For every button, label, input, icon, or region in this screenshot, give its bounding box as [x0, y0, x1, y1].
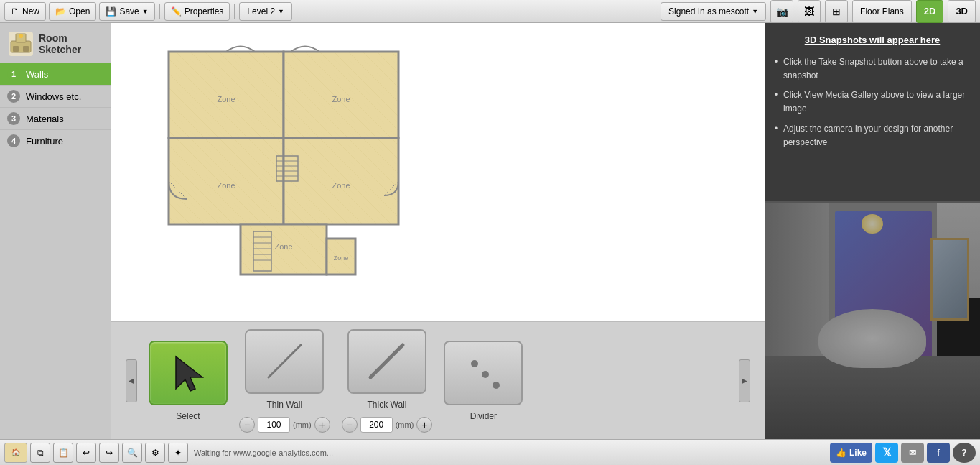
select-cursor-icon	[165, 349, 212, 396]
grid-view-button[interactable]: ⊞	[825, 0, 848, 23]
divider-icon	[460, 349, 507, 396]
svg-point-3	[19, 34, 23, 38]
svg-rect-4	[13, 46, 19, 52]
thin-wall-controls: − (mm) +	[239, 417, 330, 433]
level-chevron-icon: ▼	[278, 8, 284, 15]
undo-button[interactable]: ↩	[76, 443, 96, 463]
scroll-right-arrow[interactable]: ▶	[739, 359, 750, 402]
save-icon: 💾	[106, 6, 116, 17]
settings-button[interactable]: ⚙	[145, 443, 165, 463]
thin-wall-input[interactable]	[258, 417, 290, 433]
thin-wall-label: Thin Wall	[267, 400, 303, 410]
sidebar-item-furniture[interactable]: 4 Furniture	[0, 130, 111, 152]
thick-wall-decrease[interactable]: −	[342, 417, 358, 433]
new-button[interactable]: 🗋 New	[4, 2, 46, 21]
svg-line-34	[269, 345, 301, 377]
photo-panel	[765, 203, 980, 439]
svg-text:Zone: Zone	[334, 254, 349, 262]
thin-wall-tool: Thin Wall − (mm) +	[239, 329, 330, 433]
sidebar-item-materials[interactable]: 3 Materials	[0, 108, 111, 130]
svg-point-38	[493, 382, 500, 389]
open-icon: 📂	[55, 6, 66, 17]
sidebar-item-windows[interactable]: 2 Windows etc.	[0, 86, 111, 108]
twitter-button[interactable]: 𝕏	[875, 443, 898, 463]
toolbar: 🗋 New 📂 Open 💾 Save ▼ ✏️ Properties Leve…	[0, 0, 980, 23]
roomsketcher-logo-icon	[7, 30, 34, 57]
nav-number-2: 2	[7, 90, 20, 103]
nav-number-1: 1	[7, 68, 20, 80]
properties-button[interactable]: ✏️ Properties	[164, 2, 230, 21]
thick-wall-label: Thick Wall	[368, 400, 407, 410]
thick-wall-increase[interactable]: +	[416, 417, 432, 433]
bathroom-scene	[765, 203, 980, 439]
nav-label-walls: Walls	[26, 69, 48, 80]
media-gallery-button[interactable]: 🖼	[798, 0, 821, 23]
thick-wall-input[interactable]	[360, 417, 393, 433]
separator2	[234, 4, 235, 19]
tools-button[interactable]: ✦	[168, 443, 188, 463]
svg-point-37	[482, 371, 489, 378]
scroll-left-arrow[interactable]: ◀	[126, 359, 137, 402]
wall-panel: ◀ Select Thin Wall − (mm) +	[111, 321, 765, 439]
like-button[interactable]: 👍 Like	[830, 443, 872, 463]
paste-icon-button[interactable]: 📋	[53, 443, 73, 463]
camera-icon-button[interactable]: 📷	[770, 0, 793, 23]
facebook-button[interactable]: f	[927, 443, 950, 463]
select-tool: Select	[149, 341, 228, 421]
snapshot-instructions: Click the Take Snapshot button above to …	[775, 55, 970, 149]
svg-marker-33	[176, 356, 202, 391]
copy-icon-button[interactable]: ⧉	[30, 443, 50, 463]
2d-view-button[interactable]: 2D	[916, 0, 944, 23]
bottom-right: 👍 Like 𝕏 ✉ f ?	[830, 443, 976, 463]
3d-view-button[interactable]: 3D	[948, 0, 976, 23]
nav-label-furniture: Furniture	[26, 136, 63, 147]
nav-number-3: 3	[7, 112, 20, 125]
properties-icon: ✏️	[171, 6, 182, 17]
svg-line-35	[370, 345, 403, 377]
svg-rect-5	[23, 46, 29, 52]
svg-text:Zone: Zone	[332, 181, 350, 190]
floor-plans-button[interactable]: Floor Plans	[852, 0, 912, 23]
thick-wall-unit: (mm)	[396, 420, 414, 429]
right-panel: 3D Snapshots will appear here Click the …	[765, 23, 980, 439]
separator	[159, 4, 160, 19]
level-dropdown[interactable]: Level 2 ▼	[239, 2, 292, 21]
thumbs-up-icon: 👍	[836, 448, 846, 458]
bottom-logo: 🏠	[4, 443, 27, 463]
signed-in-button[interactable]: Signed In as mescott ▼	[661, 2, 766, 21]
new-icon: 🗋	[11, 6, 19, 17]
thin-wall-unit: (mm)	[293, 420, 312, 429]
save-button[interactable]: 💾 Save ▼	[99, 2, 154, 21]
bottom-left-icons: 🏠 ⧉ 📋 ↩ ↪ 🔍 ⚙ ✦ Waiting for www.google-a…	[4, 443, 333, 463]
svg-point-36	[471, 360, 478, 367]
redo-button[interactable]: ↪	[99, 443, 119, 463]
snapshot-panel: 3D Snapshots will appear here Click the …	[765, 23, 980, 203]
thick-wall-icon	[363, 338, 410, 385]
help-button[interactable]: ?	[953, 443, 976, 463]
bath-overlay	[765, 203, 980, 439]
snapshot-instruction-1: Click the Take Snapshot button above to …	[775, 55, 970, 83]
nav-label-windows: Windows etc.	[26, 91, 81, 102]
bottom-bar: 🏠 ⧉ 📋 ↩ ↪ 🔍 ⚙ ✦ Waiting for www.google-a…	[0, 439, 980, 465]
sidebar-item-walls[interactable]: 1 Walls	[0, 63, 111, 86]
email-icon: ✉	[909, 448, 916, 458]
thin-wall-tool-button[interactable]	[245, 329, 324, 394]
divider-tool-button[interactable]	[444, 341, 523, 405]
thin-wall-decrease[interactable]: −	[239, 417, 255, 433]
svg-text:Zone: Zone	[274, 242, 292, 251]
zoom-button[interactable]: 🔍	[122, 443, 142, 463]
save-dropdown-icon: ▼	[142, 8, 149, 15]
thick-wall-tool-button[interactable]	[347, 329, 426, 394]
facebook-icon: f	[937, 448, 940, 458]
open-button[interactable]: 📂 Open	[49, 2, 96, 21]
divider-label: Divider	[470, 411, 497, 421]
select-tool-label: Select	[176, 411, 200, 421]
svg-text:Zone: Zone	[217, 95, 235, 103]
status-text: Waiting for www.google-analytics.com...	[191, 448, 333, 457]
thin-wall-increase[interactable]: +	[314, 417, 330, 433]
thin-wall-icon	[261, 338, 308, 385]
select-tool-button[interactable]	[149, 341, 228, 405]
sidebar: Room Sketcher 1 Walls 2 Windows etc. 3 M…	[0, 23, 111, 439]
email-button[interactable]: ✉	[901, 443, 924, 463]
dropdown-icon: ▼	[752, 8, 758, 15]
